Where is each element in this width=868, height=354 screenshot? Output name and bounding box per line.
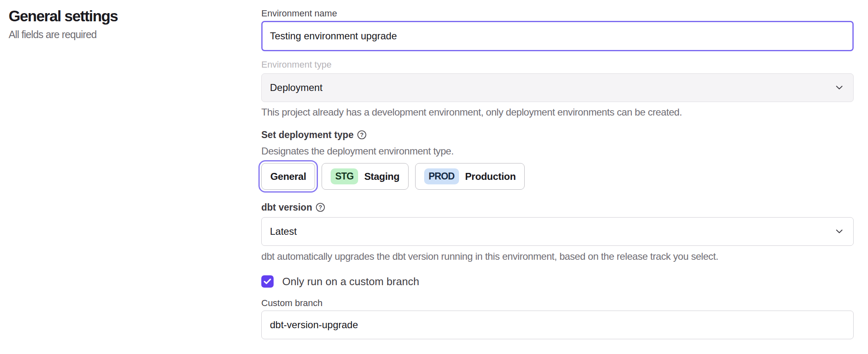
- deployment-type-option-production[interactable]: PROD Production: [415, 163, 525, 190]
- settings-intro: General settings All fields are required: [9, 7, 238, 41]
- dbt-version-help: dbt automatically upgrades the dbt versi…: [261, 250, 854, 263]
- dbt-version-select[interactable]: Latest: [261, 217, 854, 246]
- environment-name-input[interactable]: [261, 21, 854, 51]
- deployment-type-heading-label: Set deployment type: [261, 129, 354, 141]
- environment-type-select[interactable]: Deployment: [261, 73, 854, 102]
- checkmark-icon: [264, 279, 271, 284]
- help-icon[interactable]: ?: [316, 203, 325, 212]
- deployment-type-description: Designates the deployment environment ty…: [261, 145, 854, 157]
- custom-branch-checkbox[interactable]: [261, 275, 274, 288]
- staging-badge: STG: [331, 168, 358, 184]
- dbt-version-value: Latest: [270, 226, 297, 237]
- svg-text:?: ?: [319, 204, 322, 211]
- environment-type-value: Deployment: [270, 82, 322, 93]
- deployment-type-option-staging[interactable]: STG Staging: [322, 163, 409, 190]
- production-option-label: Production: [465, 171, 516, 182]
- page-subtitle: All fields are required: [9, 28, 238, 41]
- deployment-type-options: General STG Staging PROD Production: [261, 163, 854, 190]
- general-option-label: General: [270, 171, 306, 182]
- environment-name-label: Environment name: [261, 8, 854, 19]
- custom-branch-toggle-row: Only run on a custom branch: [261, 275, 854, 288]
- help-icon[interactable]: ?: [357, 130, 366, 139]
- environment-type-label: Environment type: [261, 59, 854, 70]
- chevron-down-icon: [836, 229, 843, 234]
- deployment-type-heading: Set deployment type ?: [261, 129, 854, 141]
- dbt-version-heading: dbt version ?: [261, 201, 854, 213]
- custom-branch-label: Custom branch: [261, 297, 854, 309]
- deployment-type-option-general[interactable]: General: [261, 163, 315, 190]
- chevron-down-icon: [836, 86, 843, 90]
- environment-settings-form: Environment name Environment type Deploy…: [261, 0, 854, 339]
- svg-text:?: ?: [360, 132, 364, 138]
- dbt-version-heading-label: dbt version: [261, 201, 312, 213]
- custom-branch-toggle-label: Only run on a custom branch: [282, 275, 419, 288]
- custom-branch-input[interactable]: [261, 311, 854, 339]
- page-title: General settings: [9, 7, 238, 26]
- production-badge: PROD: [424, 168, 459, 184]
- staging-option-label: Staging: [364, 171, 400, 182]
- environment-type-help: This project already has a development e…: [261, 106, 854, 118]
